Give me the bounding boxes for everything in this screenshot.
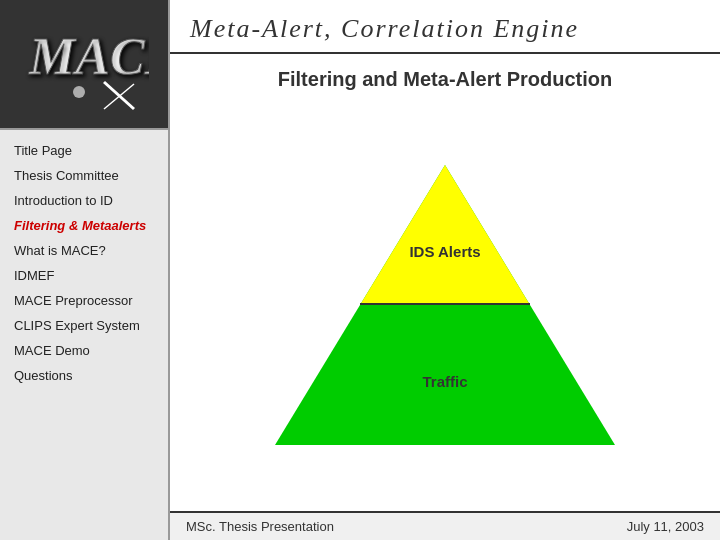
- footer: MSc. Thesis Presentation July 11, 2003: [170, 511, 720, 540]
- traffic-label: Traffic: [422, 373, 467, 390]
- app-title: Meta-Alert, Correlation Engine: [190, 14, 700, 44]
- header: Meta-Alert, Correlation Engine: [170, 0, 720, 54]
- svg-text:MACE: MACE: [28, 28, 149, 85]
- footer-right: July 11, 2003: [627, 519, 704, 534]
- nav-items: Title PageThesis CommitteeIntroduction t…: [0, 130, 168, 540]
- sidebar-item-1[interactable]: Thesis Committee: [0, 163, 168, 188]
- sidebar-item-2[interactable]: Introduction to ID: [0, 188, 168, 213]
- logo-area: MACE: [0, 0, 168, 130]
- ids-alerts-label: IDS Alerts: [385, 243, 505, 260]
- sidebar-item-5[interactable]: IDMEF: [0, 263, 168, 288]
- sidebar-item-4[interactable]: What is MACE?: [0, 238, 168, 263]
- pyramid: IDS Alerts Traffic: [275, 165, 615, 445]
- sidebar-item-3[interactable]: Filtering & Metaalerts: [0, 213, 168, 238]
- pyramid-divider: [360, 303, 530, 305]
- svg-point-1: [73, 86, 85, 98]
- content-area: IDS Alerts Traffic: [170, 99, 720, 511]
- sidebar-item-9[interactable]: Questions: [0, 363, 168, 388]
- footer-left: MSc. Thesis Presentation: [186, 519, 334, 534]
- app-logo: MACE: [19, 4, 149, 125]
- pyramid-top-triangle: [360, 165, 530, 305]
- sidebar-item-0[interactable]: Title Page: [0, 138, 168, 163]
- main-content: Meta-Alert, Correlation Engine Filtering…: [170, 0, 720, 540]
- sidebar-item-7[interactable]: CLIPS Expert System: [0, 313, 168, 338]
- sidebar-item-6[interactable]: MACE Preprocessor: [0, 288, 168, 313]
- sidebar-item-8[interactable]: MACE Demo: [0, 338, 168, 363]
- slide-title: Filtering and Meta-Alert Production: [170, 54, 720, 99]
- sidebar: MACE Title PageThesis CommitteeIntroduct…: [0, 0, 170, 540]
